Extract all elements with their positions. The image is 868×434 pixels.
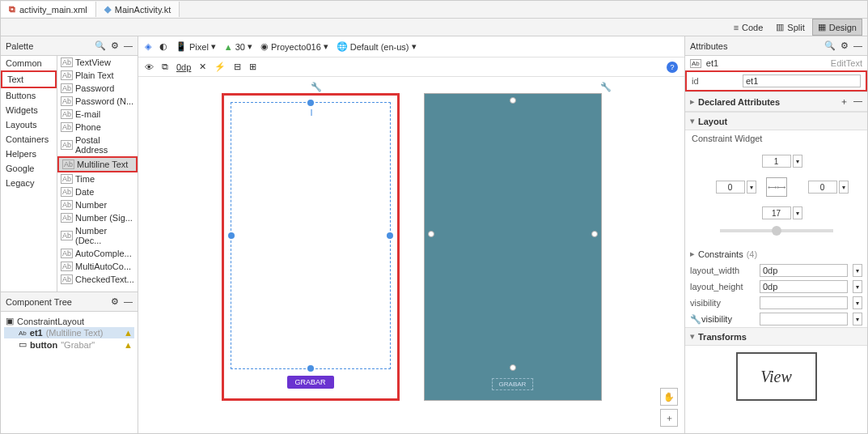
- cat-layouts[interactable]: Layouts: [1, 117, 57, 132]
- palette-item[interactable]: AbMultiAutoCo...: [57, 260, 138, 273]
- align-icon[interactable]: ⊟: [234, 62, 241, 72]
- palette-item[interactable]: AbDate: [57, 185, 138, 198]
- component-name-row: Ab et1 EditText: [685, 56, 867, 70]
- constraints-section[interactable]: ▸Constraints(4): [685, 245, 867, 262]
- gear-icon[interactable]: ⚙: [111, 40, 119, 51]
- id-input[interactable]: [743, 74, 861, 87]
- gear-icon[interactable]: ⚙: [840, 40, 849, 51]
- palette-item[interactable]: AbTime: [57, 172, 138, 185]
- constraint-widget[interactable]: 1▾ 17▾ 0▾ 0▾ ⟷⟷: [685, 147, 867, 245]
- margin-dropdown[interactable]: 0dp: [176, 62, 191, 72]
- blueprint-surface[interactable]: 🔧 GRABAR: [424, 93, 602, 401]
- visibility-row: visibility ▾: [685, 295, 867, 311]
- tab-activity-main[interactable]: ⧉ activity_main.xml: [1, 2, 96, 17]
- cat-helpers[interactable]: Helpers: [1, 147, 57, 161]
- cw-top[interactable]: 1: [762, 155, 791, 168]
- component-tree-header: Component Tree ⚙ —: [1, 292, 138, 312]
- cat-google[interactable]: Google: [1, 161, 57, 176]
- tools-visibility-field[interactable]: [760, 313, 848, 326]
- edittext-selection[interactable]: I: [231, 102, 391, 369]
- orientation-icon[interactable]: ◐: [159, 41, 167, 52]
- transform-view-box: View: [736, 352, 817, 401]
- cw-bottom[interactable]: 17: [762, 206, 791, 219]
- palette-item[interactable]: AbPassword (N...: [57, 95, 138, 108]
- blueprint-edittext[interactable]: [431, 100, 595, 368]
- layout-width-field[interactable]: 0dp: [760, 264, 848, 277]
- layout-section[interactable]: ▾Layout: [685, 112, 867, 130]
- declared-section[interactable]: ▸Declared Attributes ＋—: [685, 91, 867, 112]
- bias-slider[interactable]: [720, 229, 833, 232]
- visibility-field[interactable]: [760, 296, 848, 309]
- layout-height-row: layout_height 0dp▾: [685, 279, 867, 295]
- minimize-icon[interactable]: —: [124, 296, 133, 307]
- kt-icon: ◆: [104, 4, 111, 15]
- button-icon: ▭: [19, 339, 27, 350]
- guideline-icon[interactable]: ⊞: [249, 62, 256, 72]
- cw-left[interactable]: 0: [716, 181, 745, 194]
- palette-item[interactable]: AbNumber (Sig...: [57, 211, 138, 224]
- palette-item[interactable]: AbCheckedText...: [57, 273, 138, 286]
- palette-item[interactable]: AbAutoComple...: [57, 247, 138, 260]
- cat-containers[interactable]: Containers: [1, 132, 57, 147]
- palette-header: Palette 🔍 ⚙ —: [1, 36, 138, 56]
- resize-handle[interactable]: [387, 232, 393, 239]
- layout-height-field[interactable]: 0dp: [760, 280, 848, 293]
- cw-center[interactable]: ⟷⟷: [766, 177, 787, 197]
- design-toolbar: ◈ ◐ 📱Pixel▾ ▲30▾ ◉Proyecto016▾ 🌐Default …: [138, 36, 684, 57]
- cat-widgets[interactable]: Widgets: [1, 103, 57, 117]
- palette-item[interactable]: AbPassword: [57, 82, 138, 95]
- tree-node-et1[interactable]: Ab et1 (Multiline Text) ▲: [4, 327, 134, 338]
- transforms-section[interactable]: ▾Transforms: [685, 327, 867, 346]
- palette-item[interactable]: AbPostal Address: [57, 134, 138, 156]
- split-icon: ▥: [776, 22, 784, 32]
- palette-item[interactable]: AbE-mail: [57, 108, 138, 121]
- view-design-button[interactable]: ▦Design: [812, 19, 862, 36]
- palette-item[interactable]: AbTextView: [57, 56, 138, 69]
- palette-item[interactable]: AbNumber: [57, 198, 138, 211]
- magnet-icon[interactable]: ⧉: [162, 62, 168, 72]
- minimize-icon[interactable]: —: [853, 40, 862, 51]
- cw-right[interactable]: 0: [808, 181, 837, 194]
- remove-icon[interactable]: —: [853, 96, 862, 108]
- help-icon[interactable]: ?: [667, 62, 678, 73]
- view-split-button[interactable]: ▥Split: [770, 19, 810, 36]
- search-icon[interactable]: 🔍: [824, 40, 836, 51]
- grabar-button[interactable]: GRABAR: [286, 376, 333, 389]
- infer-icon[interactable]: ⚡: [214, 62, 226, 72]
- cat-common[interactable]: Common: [1, 56, 57, 70]
- search-icon[interactable]: 🔍: [95, 40, 106, 51]
- palette-item[interactable]: AbPhone: [57, 121, 138, 134]
- theme-dropdown[interactable]: ◉Proyecto016▾: [260, 41, 328, 52]
- clear-icon[interactable]: ✕: [199, 62, 206, 72]
- surface-icon[interactable]: ◈: [145, 41, 151, 52]
- zoom-button[interactable]: ＋: [660, 409, 678, 427]
- cat-buttons[interactable]: Buttons: [1, 88, 57, 103]
- device-dropdown[interactable]: 📱Pixel▾: [176, 41, 216, 52]
- palette-item[interactable]: AbNumber (Dec...: [57, 224, 138, 247]
- minimize-icon[interactable]: —: [124, 40, 133, 51]
- design-surface[interactable]: 🔧 I GRABAR: [222, 93, 400, 401]
- cat-text[interactable]: Text: [1, 70, 57, 88]
- gear-icon[interactable]: ⚙: [111, 296, 119, 307]
- blueprint-button[interactable]: GRABAR: [492, 378, 534, 390]
- resize-handle[interactable]: [307, 100, 314, 106]
- palette-categories: Common Text Buttons Widgets Layouts Cont…: [1, 56, 57, 291]
- cat-legacy[interactable]: Legacy: [1, 176, 57, 190]
- palette-item-multiline[interactable]: AbMultiline Text: [57, 156, 138, 172]
- locale-dropdown[interactable]: 🌐Default (en-us)▾: [337, 41, 417, 52]
- tab-mainactivity[interactable]: ◆ MainActivity.kt: [96, 2, 180, 17]
- design-toolbar-2: 👁 ⧉ 0dp ✕ ⚡ ⊟ ⊞ ?: [138, 57, 684, 77]
- palette-item[interactable]: AbPlain Text: [57, 69, 138, 82]
- warning-icon: ▲: [124, 340, 133, 350]
- tree-root[interactable]: ▣ConstraintLayout: [4, 315, 134, 327]
- eye-icon[interactable]: 👁: [145, 62, 154, 72]
- api-dropdown[interactable]: ▲30▾: [224, 41, 252, 52]
- add-icon[interactable]: ＋: [840, 96, 849, 108]
- wrench-icon: 🔧: [600, 82, 612, 92]
- resize-handle[interactable]: [228, 232, 235, 239]
- palette-items: AbTextView AbPlain Text AbPassword AbPas…: [57, 56, 138, 291]
- tree-node-button[interactable]: ▭ button "Grabar" ▲: [4, 338, 134, 351]
- view-code-button[interactable]: ≡Code: [728, 19, 769, 36]
- resize-handle[interactable]: [307, 365, 314, 372]
- pan-button[interactable]: ✋: [660, 388, 678, 406]
